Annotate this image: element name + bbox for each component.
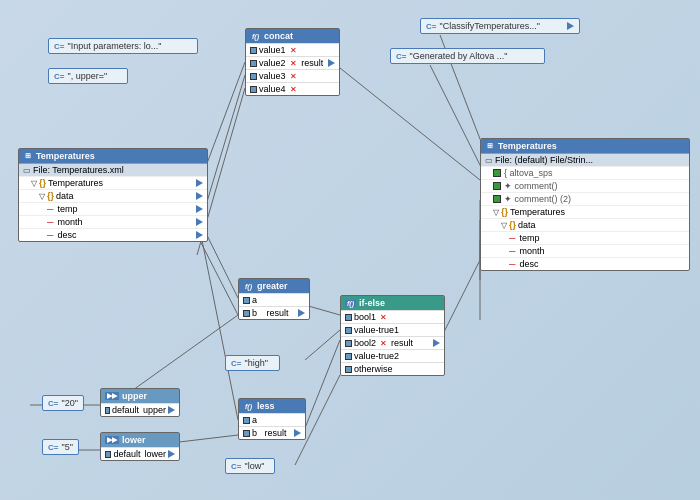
- temperatures-right-comment1: ✦ comment(): [481, 179, 689, 192]
- greater-node: f() greater a b result: [238, 278, 310, 320]
- temperatures-left-month-port: [196, 218, 203, 226]
- temperatures-left-temp: ─ temp: [19, 202, 207, 215]
- greater-header: f() greater: [239, 279, 309, 293]
- if-else-header: f() if-else: [341, 296, 444, 310]
- concat-value3-row: value3 ✕: [246, 69, 339, 82]
- const-input-params-value: "Input parameters: lo...": [67, 41, 161, 51]
- upper-default-port: [105, 407, 110, 414]
- if-else-bool2-row: bool2 ✕ result: [341, 336, 444, 349]
- lower-node: ▶▶ lower default lower: [100, 432, 180, 461]
- upper-default-row: default upper: [101, 403, 179, 416]
- const-five-value: "5": [61, 442, 72, 452]
- temperatures-right-file: ▭ File: (default) File/Strin...: [481, 153, 689, 166]
- const-low: C= "low": [225, 458, 275, 474]
- temperatures-left-month: ─ month: [19, 215, 207, 228]
- const-twenty-value: "20": [61, 398, 77, 408]
- concat-title: concat: [264, 31, 293, 41]
- temperatures-right-month-label: month: [519, 246, 544, 256]
- less-node: f() less a b result: [238, 398, 306, 440]
- concat-header: f() concat: [246, 29, 339, 43]
- if-else-vtrue1-port: [345, 327, 352, 334]
- const-upper-eq: C= ", upper=": [48, 68, 128, 84]
- greater-b-port: [243, 310, 250, 317]
- lower-default-row: default lower: [101, 447, 179, 460]
- temperatures-right-comment2: ✦ comment() (2): [481, 192, 689, 205]
- upper-title: upper: [122, 391, 147, 401]
- less-header: f() less: [239, 399, 305, 413]
- temperatures-right-sps: { altova_sps: [481, 166, 689, 179]
- if-else-otherwise-row: otherwise: [341, 362, 444, 375]
- concat-value3-port: [250, 73, 257, 80]
- temperatures-left-header: ⊞ Temperatures: [19, 149, 207, 163]
- upper-node: ▶▶ upper default upper: [100, 388, 180, 417]
- concat-value4-row: value4 ✕: [246, 82, 339, 95]
- svg-line-10: [197, 215, 238, 420]
- if-else-vtrue2-row: value-true2: [341, 349, 444, 362]
- temperatures-right-desc: ─ desc: [481, 257, 689, 270]
- temperatures-right-header: ⊞ Temperatures: [481, 139, 689, 153]
- if-else-bool1-port: [345, 314, 352, 321]
- if-else-otherwise-port: [345, 366, 352, 373]
- temperatures-left-node: ⊞ Temperatures ▭ File: Temperatures.xml …: [18, 148, 208, 242]
- concat-value4-port: [250, 86, 257, 93]
- less-title: less: [257, 401, 275, 411]
- temperatures-right-root: ▽ {} Temperatures: [481, 205, 689, 218]
- svg-line-15: [440, 260, 480, 340]
- const-classify-value: "ClassifyTemperatures...": [439, 21, 539, 31]
- const-high-value: "high": [244, 358, 267, 368]
- temperatures-left-data-port: [196, 192, 203, 200]
- temperatures-left-desc-port: [196, 231, 203, 239]
- concat-value2-port: [250, 60, 257, 67]
- if-else-vtrue1-row: value-true1: [341, 323, 444, 336]
- if-else-bool1-row: bool1 ✕: [341, 310, 444, 323]
- temperatures-right-node: ⊞ Temperatures ▭ File: (default) File/St…: [480, 138, 690, 271]
- less-a-port: [243, 417, 250, 424]
- temperatures-left-file: ▭ File: Temperatures.xml: [19, 163, 207, 176]
- temperatures-left-data: ▽ {} data: [19, 189, 207, 202]
- const-classify: C= "ClassifyTemperatures...": [420, 18, 580, 34]
- const-generated: C= "Generated by Altova ...": [390, 48, 545, 64]
- upper-header: ▶▶ upper: [101, 389, 179, 403]
- concat-value2-row: value2 ✕ result: [246, 56, 339, 69]
- temperatures-left-temp-port: [196, 205, 203, 213]
- const-input-params: C= "Input parameters: lo...": [48, 38, 198, 54]
- lower-default-port: [105, 451, 111, 458]
- greater-title: greater: [257, 281, 288, 291]
- concat-value1-port: [250, 47, 257, 54]
- svg-line-7: [197, 235, 238, 315]
- const-upper-eq-value: ", upper=": [67, 71, 107, 81]
- const-twenty: C= "20": [42, 395, 84, 411]
- less-b-row: b result: [239, 426, 305, 439]
- concat-value1-row: value1 ✕: [246, 43, 339, 56]
- greater-result-port: [298, 309, 305, 317]
- less-a-row: a: [239, 413, 305, 426]
- svg-line-3: [340, 68, 480, 180]
- if-else-node: f() if-else bool1 ✕ value-true1 bool2 ✕ …: [340, 295, 445, 376]
- greater-b-row: b result: [239, 306, 309, 319]
- temperatures-left-root: ▽ {} Temperatures: [19, 176, 207, 189]
- svg-line-13: [305, 330, 340, 360]
- temperatures-right-temp: ─ temp: [481, 231, 689, 244]
- greater-a-port: [243, 297, 250, 304]
- const-generated-value: "Generated by Altova ...": [409, 51, 507, 61]
- if-else-bool2-port: [345, 340, 352, 347]
- sps-port: [493, 169, 501, 177]
- lower-title: lower: [122, 435, 146, 445]
- concat-result-port: [328, 59, 335, 67]
- if-else-vtrue2-port: [345, 353, 352, 360]
- temperatures-left-root-port: [196, 179, 203, 187]
- temperatures-left-desc: ─ desc: [19, 228, 207, 241]
- temperatures-right-title: Temperatures: [498, 141, 557, 151]
- temperatures-right-month: ─ month: [481, 244, 689, 257]
- if-else-title: if-else: [359, 298, 385, 308]
- if-else-result-port: [433, 339, 440, 347]
- temperatures-left-title: Temperatures: [36, 151, 95, 161]
- temperatures-left-month-label: month: [57, 217, 82, 227]
- svg-line-9: [305, 305, 340, 315]
- lower-header: ▶▶ lower: [101, 433, 179, 447]
- svg-line-12: [305, 340, 340, 428]
- greater-a-row: a: [239, 293, 309, 306]
- classify-port: [567, 22, 574, 30]
- less-b-port: [243, 430, 250, 437]
- const-low-value: "low": [244, 461, 264, 471]
